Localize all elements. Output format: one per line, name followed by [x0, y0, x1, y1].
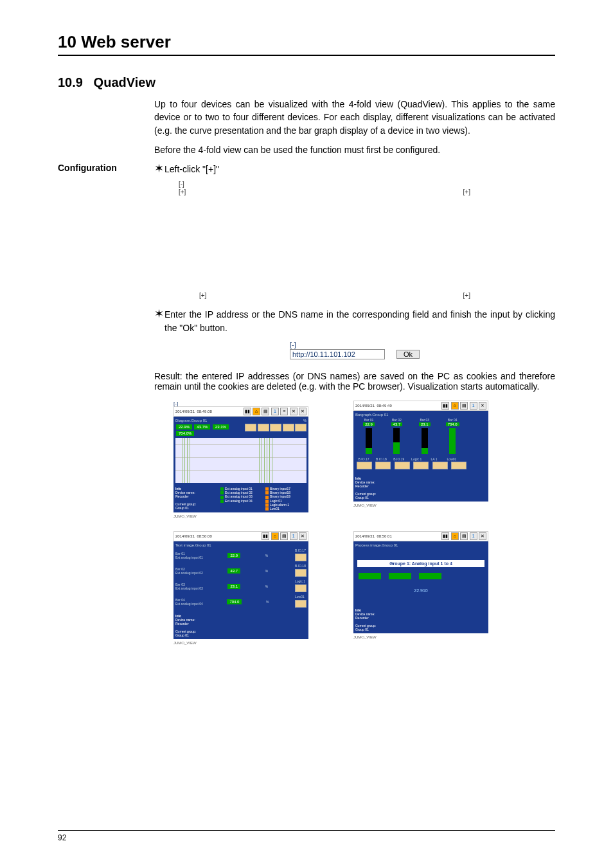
textimg-group-title: Text image.Group 01 [175, 543, 306, 547]
bullet-star-icon: ✶ [154, 308, 164, 334]
info-dev-val: Recorder [355, 616, 369, 620]
legend-item: Binary input18 [270, 491, 290, 494]
text-row-label: Bar 01 Ext analog input 01 [175, 552, 203, 559]
intro-p2: Before the 4-fold view can be used the f… [154, 143, 555, 156]
section-number: 10.9 [58, 75, 83, 89]
bar-name: Bar 03 [420, 418, 429, 422]
bar-name: Bar 01 [364, 418, 374, 422]
bar-name: Bar 04 [448, 418, 458, 422]
ind-label: B.IO.17 [295, 548, 306, 552]
info-grp-val: Group 01 [355, 628, 369, 631]
intro-p1: Up to four devices can be visualized wit… [154, 98, 555, 137]
quad-plus-bl[interactable]: [+] [199, 292, 206, 299]
percent-label: % [265, 554, 268, 557]
info-grp-val: Group 01 [355, 496, 369, 500]
thumb-diagram: [-] 2014/09/21 08:49:08 ▮▮ ⌂ ▤ 1 ≡ ✕ ✕ [173, 401, 308, 518]
indicator-icon [413, 462, 429, 469]
text-row-label: Bar 03 Ext analog input 03 [175, 583, 203, 590]
home-icon[interactable]: ⌂ [271, 532, 279, 540]
home-icon[interactable]: ⌂ [451, 402, 459, 410]
indicator-icon [295, 554, 306, 561]
text-row-value: 704.0 [227, 599, 242, 604]
close-icon[interactable]: ✕ [299, 532, 306, 540]
pause-icon[interactable]: ▮▮ [441, 532, 449, 540]
doc-icon[interactable]: ▤ [460, 402, 468, 410]
toolbar-icons: ▮▮ ⌂ ▤ 1 ✕ [261, 532, 306, 540]
diagram-group-title: Diagram.Group 01% [175, 419, 306, 422]
home-icon[interactable]: ⌂ [451, 532, 459, 540]
quad-plus-tr[interactable]: [+] [463, 188, 470, 195]
indicator-icon [245, 424, 256, 431]
ind-label: Logic 1 [408, 457, 425, 461]
doc-icon[interactable]: ▤ [460, 532, 468, 540]
pause-icon[interactable]: ▮▮ [441, 402, 449, 410]
page-number: 92 [58, 833, 555, 842]
one-icon[interactable]: 1 [470, 402, 477, 410]
close-icon[interactable]: ✕ [479, 402, 486, 410]
ip-minus[interactable]: [-] [290, 341, 420, 348]
doc-icon[interactable]: ▤ [280, 532, 288, 540]
close2-icon[interactable]: ✕ [299, 408, 306, 415]
process-center-value: 22.910 [353, 588, 488, 593]
chapter-title: 10 Web server [58, 32, 555, 52]
process-group-title: Process image.Group 01 [353, 541, 488, 547]
one-icon[interactable]: 1 [290, 532, 298, 540]
text-row-value: 22.9 [227, 553, 240, 558]
indicator-icon [258, 424, 269, 431]
chapter-rule [58, 55, 555, 56]
config-result: Result: the entered IP addresses (or DNS… [154, 371, 555, 392]
thumb-date: 2014/09/21 [355, 404, 375, 408]
legend-item: Logic alarm 1 [270, 503, 289, 507]
thumb-time: 08:49:49 [377, 404, 391, 408]
thumb-time: 08:50:00 [197, 534, 211, 538]
result-quadview: [-] 2014/09/21 08:49:08 ▮▮ ⌂ ▤ 1 ≡ ✕ ✕ [173, 401, 501, 645]
quad-minus[interactable]: [-] [179, 181, 184, 188]
indicator-icon [295, 600, 306, 608]
bar-value: 704.0 [446, 422, 459, 426]
bargraph-group-title: Bargraph.Group 01 [355, 413, 486, 417]
config-step2: Enter the IP address or the DNS name in … [164, 308, 555, 334]
indicator-icon [357, 462, 372, 469]
ind-label: B.IO.19 [391, 457, 407, 461]
thumb-bargraph: 2014/09/21 08:49:49 ▮▮ ⌂ ▤ 1 ✕ Bargraph.… [353, 401, 488, 518]
thumb-minus[interactable]: [-] [173, 401, 308, 406]
one-icon[interactable]: 1 [271, 408, 279, 415]
ip-entry-box: [-] Ok [290, 341, 420, 359]
thumb-processimage: 2014/09/21 08:50:01 ▮▮ ⌂ ▤ 1 ✕ Process i… [353, 531, 488, 645]
thumb-textimage: 2014/09/21 08:50:00 ▮▮ ⌂ ▤ 1 ✕ Text imag… [173, 531, 308, 645]
one-icon[interactable]: 1 [470, 532, 477, 540]
process-bar [389, 573, 411, 579]
process-label: Groupe 1: Analog input 1 to 4 [357, 560, 484, 567]
close-icon[interactable]: ✕ [290, 408, 298, 415]
indicator-icon [395, 462, 410, 469]
thumb-footer-ref: JUMO_VIEW [353, 635, 488, 639]
legend-item: Ext analog input 04 [225, 499, 253, 503]
bar-value: 43.7 [391, 422, 403, 426]
quad-plus-tl[interactable]: [+] [179, 188, 186, 195]
menu-icon[interactable]: ≡ [280, 408, 288, 415]
home-icon[interactable]: ⌂ [253, 408, 260, 415]
legend-item: Ext analog input 03 [225, 494, 253, 498]
ok-button[interactable]: Ok [396, 350, 420, 359]
value-chip: 704.0% [176, 431, 194, 436]
ind-label: B.IO.18 [295, 564, 306, 568]
pause-icon[interactable]: ▮▮ [244, 408, 251, 415]
indicator-icon [283, 424, 294, 431]
doc-icon[interactable]: ▤ [262, 408, 269, 415]
percent-label: % [265, 584, 268, 588]
indicator-icon [451, 462, 466, 469]
footer-rule [58, 830, 555, 831]
ip-address-input[interactable] [290, 349, 385, 359]
bar-name: Bar 02 [392, 418, 402, 422]
quad-plus-br[interactable]: [+] [463, 292, 470, 299]
bar-value: 22.9 [363, 422, 375, 426]
indicator-icon [432, 462, 448, 469]
indicator-icon [270, 424, 281, 431]
close-icon[interactable]: ✕ [479, 532, 486, 540]
indicator-icon [295, 569, 306, 577]
bullet-star-icon: ✶ [154, 163, 164, 176]
thumb-date: 2014/09/21 [175, 410, 195, 413]
thumb-time: 08:50:01 [377, 534, 391, 538]
pause-icon[interactable]: ▮▮ [262, 532, 269, 540]
info-grp-val: Group 01 [175, 633, 189, 637]
